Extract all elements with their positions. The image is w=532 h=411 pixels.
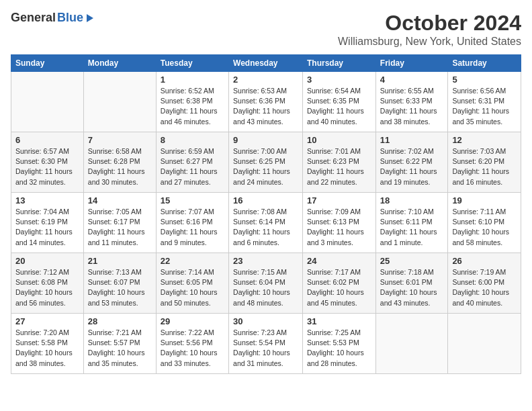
day-number: 8	[161, 135, 224, 145]
day-info: Sunrise: 6:56 AMSunset: 6:31 PMDaylight:…	[452, 86, 517, 127]
calendar-cell: 17Sunrise: 7:09 AMSunset: 6:13 PMDayligh…	[303, 193, 376, 253]
day-number: 30	[233, 316, 298, 326]
calendar-cell: 2Sunrise: 6:53 AMSunset: 6:36 PMDaylight…	[229, 72, 303, 132]
day-info: Sunrise: 7:10 AMSunset: 6:11 PMDaylight:…	[380, 207, 444, 248]
day-number: 15	[161, 195, 224, 205]
day-number: 29	[161, 316, 224, 326]
day-number: 12	[452, 135, 517, 145]
col-header-wednesday: Wednesday	[229, 55, 303, 72]
calendar-cell: 24Sunrise: 7:17 AMSunset: 6:02 PMDayligh…	[303, 253, 376, 314]
calendar-cell: 7Sunrise: 6:58 AMSunset: 6:28 PMDaylight…	[83, 132, 156, 193]
day-number: 21	[88, 256, 152, 266]
calendar-cell: 26Sunrise: 7:19 AMSunset: 6:00 PMDayligh…	[448, 253, 521, 314]
calendar-table: SundayMondayTuesdayWednesdayThursdayFrid…	[11, 54, 521, 374]
day-number: 6	[15, 135, 79, 145]
day-number: 18	[380, 195, 444, 205]
col-header-monday: Monday	[83, 55, 156, 72]
calendar-cell	[11, 72, 84, 132]
day-info: Sunrise: 7:19 AMSunset: 6:00 PMDaylight:…	[452, 267, 517, 308]
calendar-cell: 28Sunrise: 7:21 AMSunset: 5:57 PMDayligh…	[83, 314, 156, 374]
calendar-cell: 5Sunrise: 6:56 AMSunset: 6:31 PMDaylight…	[448, 72, 521, 132]
calendar-cell: 3Sunrise: 6:54 AMSunset: 6:35 PMDaylight…	[303, 72, 376, 132]
calendar-cell: 15Sunrise: 7:07 AMSunset: 6:16 PMDayligh…	[156, 193, 228, 253]
col-header-tuesday: Tuesday	[156, 55, 228, 72]
day-info: Sunrise: 6:53 AMSunset: 6:36 PMDaylight:…	[233, 86, 298, 127]
calendar-cell	[375, 314, 448, 374]
calendar-week-5: 27Sunrise: 7:20 AMSunset: 5:58 PMDayligh…	[11, 314, 521, 374]
col-header-thursday: Thursday	[303, 55, 376, 72]
day-number: 14	[88, 195, 152, 205]
calendar-cell: 20Sunrise: 7:12 AMSunset: 6:08 PMDayligh…	[11, 253, 84, 314]
calendar-cell: 4Sunrise: 6:55 AMSunset: 6:33 PMDaylight…	[375, 72, 448, 132]
month-title: October 2024	[338, 11, 521, 36]
day-info: Sunrise: 6:52 AMSunset: 6:38 PMDaylight:…	[161, 86, 224, 127]
calendar-week-2: 6Sunrise: 6:57 AMSunset: 6:30 PMDaylight…	[11, 132, 521, 193]
calendar-cell: 23Sunrise: 7:15 AMSunset: 6:04 PMDayligh…	[229, 253, 303, 314]
day-info: Sunrise: 7:02 AMSunset: 6:22 PMDaylight:…	[380, 146, 444, 187]
logo: General Blue	[11, 11, 93, 25]
day-number: 20	[15, 256, 79, 266]
calendar-cell: 31Sunrise: 7:25 AMSunset: 5:53 PMDayligh…	[303, 314, 376, 374]
location-text: Williamsburg, New York, United States	[338, 36, 521, 48]
day-number: 22	[161, 256, 224, 266]
calendar-cell	[83, 72, 156, 132]
day-number: 24	[307, 256, 371, 266]
header-row: SundayMondayTuesdayWednesdayThursdayFrid…	[11, 55, 521, 72]
day-number: 19	[452, 195, 517, 205]
calendar-cell: 8Sunrise: 6:59 AMSunset: 6:27 PMDaylight…	[156, 132, 228, 193]
day-info: Sunrise: 7:00 AMSunset: 6:25 PMDaylight:…	[233, 146, 298, 187]
calendar-cell: 6Sunrise: 6:57 AMSunset: 6:30 PMDaylight…	[11, 132, 84, 193]
day-info: Sunrise: 7:07 AMSunset: 6:16 PMDaylight:…	[161, 207, 224, 248]
calendar-cell: 25Sunrise: 7:18 AMSunset: 6:01 PMDayligh…	[375, 253, 448, 314]
day-info: Sunrise: 7:11 AMSunset: 6:10 PMDaylight:…	[452, 207, 517, 248]
day-info: Sunrise: 7:23 AMSunset: 5:54 PMDaylight:…	[233, 328, 298, 369]
day-info: Sunrise: 7:25 AMSunset: 5:53 PMDaylight:…	[307, 328, 371, 369]
day-info: Sunrise: 7:12 AMSunset: 6:08 PMDaylight:…	[15, 267, 79, 308]
col-header-friday: Friday	[375, 55, 448, 72]
day-info: Sunrise: 7:05 AMSunset: 6:17 PMDaylight:…	[88, 207, 152, 248]
page-header: General Blue October 2024 Williamsburg, …	[11, 11, 521, 48]
day-number: 25	[380, 256, 444, 266]
day-info: Sunrise: 7:01 AMSunset: 6:23 PMDaylight:…	[307, 146, 371, 187]
day-number: 2	[233, 75, 298, 85]
day-number: 1	[161, 75, 224, 85]
calendar-cell: 22Sunrise: 7:14 AMSunset: 6:05 PMDayligh…	[156, 253, 228, 314]
logo-arrow-icon	[87, 14, 93, 22]
day-info: Sunrise: 7:18 AMSunset: 6:01 PMDaylight:…	[380, 267, 444, 308]
day-info: Sunrise: 6:55 AMSunset: 6:33 PMDaylight:…	[380, 86, 444, 127]
calendar-cell	[448, 314, 521, 374]
day-number: 10	[307, 135, 371, 145]
day-info: Sunrise: 7:09 AMSunset: 6:13 PMDaylight:…	[307, 207, 371, 248]
day-info: Sunrise: 7:08 AMSunset: 6:14 PMDaylight:…	[233, 207, 298, 248]
day-info: Sunrise: 6:57 AMSunset: 6:30 PMDaylight:…	[15, 146, 79, 187]
calendar-cell: 30Sunrise: 7:23 AMSunset: 5:54 PMDayligh…	[229, 314, 303, 374]
day-number: 3	[307, 75, 371, 85]
day-info: Sunrise: 7:22 AMSunset: 5:56 PMDaylight:…	[161, 328, 224, 369]
day-info: Sunrise: 7:13 AMSunset: 6:07 PMDaylight:…	[88, 267, 152, 308]
day-number: 17	[307, 195, 371, 205]
day-number: 7	[88, 135, 152, 145]
logo-blue-text: Blue	[57, 11, 83, 25]
calendar-week-4: 20Sunrise: 7:12 AMSunset: 6:08 PMDayligh…	[11, 253, 521, 314]
day-info: Sunrise: 7:03 AMSunset: 6:20 PMDaylight:…	[452, 146, 517, 187]
day-info: Sunrise: 6:59 AMSunset: 6:27 PMDaylight:…	[161, 146, 224, 187]
calendar-week-3: 13Sunrise: 7:04 AMSunset: 6:19 PMDayligh…	[11, 193, 521, 253]
calendar-cell: 11Sunrise: 7:02 AMSunset: 6:22 PMDayligh…	[375, 132, 448, 193]
calendar-cell: 12Sunrise: 7:03 AMSunset: 6:20 PMDayligh…	[448, 132, 521, 193]
day-info: Sunrise: 7:04 AMSunset: 6:19 PMDaylight:…	[15, 207, 79, 248]
day-number: 23	[233, 256, 298, 266]
day-number: 13	[15, 195, 79, 205]
calendar-cell: 16Sunrise: 7:08 AMSunset: 6:14 PMDayligh…	[229, 193, 303, 253]
calendar-cell: 10Sunrise: 7:01 AMSunset: 6:23 PMDayligh…	[303, 132, 376, 193]
day-number: 16	[233, 195, 298, 205]
day-info: Sunrise: 7:17 AMSunset: 6:02 PMDaylight:…	[307, 267, 371, 308]
col-header-saturday: Saturday	[448, 55, 521, 72]
day-info: Sunrise: 7:14 AMSunset: 6:05 PMDaylight:…	[161, 267, 224, 308]
day-info: Sunrise: 7:15 AMSunset: 6:04 PMDaylight:…	[233, 267, 298, 308]
calendar-cell: 27Sunrise: 7:20 AMSunset: 5:58 PMDayligh…	[11, 314, 84, 374]
calendar-week-1: 1Sunrise: 6:52 AMSunset: 6:38 PMDaylight…	[11, 72, 521, 132]
day-info: Sunrise: 7:20 AMSunset: 5:58 PMDaylight:…	[15, 328, 79, 369]
day-number: 11	[380, 135, 444, 145]
day-number: 26	[452, 256, 517, 266]
calendar-cell: 19Sunrise: 7:11 AMSunset: 6:10 PMDayligh…	[448, 193, 521, 253]
